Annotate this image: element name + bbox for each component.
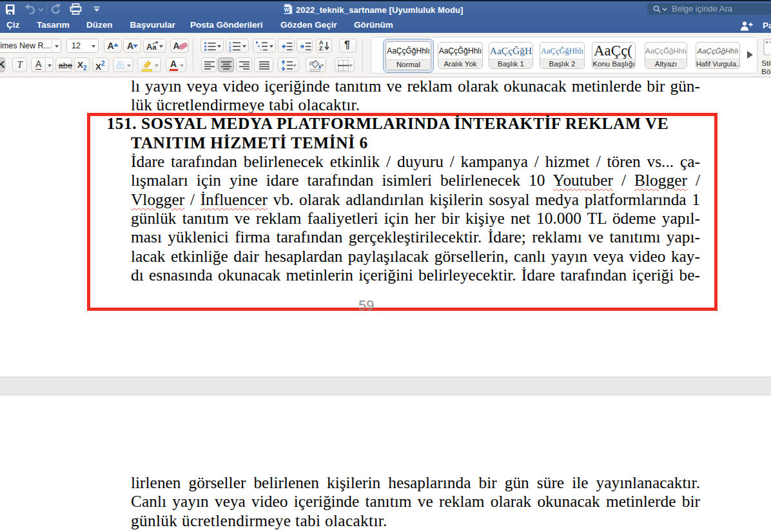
svg-text:W: W xyxy=(284,6,289,13)
svg-text:3: 3 xyxy=(229,48,231,52)
